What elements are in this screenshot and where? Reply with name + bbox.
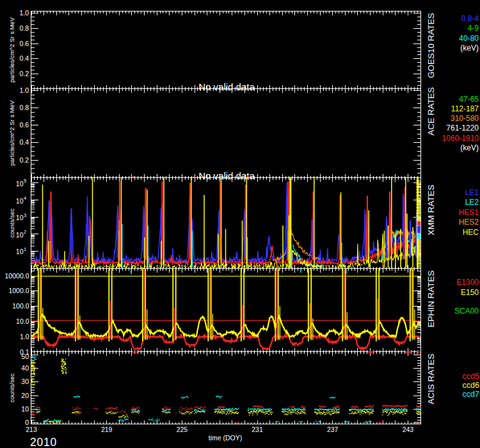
svg-text:4: 4 bbox=[24, 195, 26, 201]
svg-text:2010: 2010 bbox=[30, 436, 57, 448]
svg-text:particles/cm^2 Sr s MeV: particles/cm^2 Sr s MeV bbox=[8, 100, 15, 166]
svg-text:0.8: 0.8 bbox=[19, 24, 29, 32]
svg-text:310-580: 310-580 bbox=[451, 114, 479, 123]
svg-text:ccd5: ccd5 bbox=[463, 372, 479, 381]
svg-text:(keV): (keV) bbox=[460, 44, 479, 52]
svg-text:XMM RATES: XMM RATES bbox=[426, 184, 436, 235]
svg-text:225: 225 bbox=[177, 426, 188, 433]
svg-text:237: 237 bbox=[327, 426, 339, 433]
svg-text:counts/sec: counts/sec bbox=[8, 373, 15, 403]
svg-text:GOES10 RATES: GOES10 RATES bbox=[426, 13, 436, 78]
svg-text:1000.0: 1000.0 bbox=[8, 287, 29, 294]
svg-text:0.2: 0.2 bbox=[19, 156, 29, 164]
svg-text:E1300: E1300 bbox=[456, 278, 479, 287]
svg-text:0.2: 0.2 bbox=[19, 70, 29, 77]
svg-text:0.4: 0.4 bbox=[19, 54, 29, 62]
svg-text:40: 40 bbox=[21, 364, 29, 372]
svg-text:10: 10 bbox=[16, 180, 24, 188]
svg-text:LE2: LE2 bbox=[465, 198, 479, 207]
svg-text:counts/sec: counts/sec bbox=[8, 209, 15, 238]
svg-text:2: 2 bbox=[24, 229, 26, 235]
svg-text:10: 10 bbox=[16, 214, 24, 221]
svg-text:243: 243 bbox=[403, 426, 414, 433]
svg-text:0.8-4: 0.8-4 bbox=[461, 14, 479, 23]
svg-text:time (DOY): time (DOY) bbox=[209, 434, 243, 442]
svg-text:1.0: 1.0 bbox=[20, 333, 29, 340]
svg-text:761-1220: 761-1220 bbox=[446, 124, 479, 132]
svg-text:5: 5 bbox=[24, 178, 26, 184]
svg-text:ACIS RATES: ACIS RATES bbox=[426, 353, 436, 404]
svg-text:10: 10 bbox=[16, 197, 24, 205]
svg-text:HES1: HES1 bbox=[459, 208, 479, 217]
svg-text:0.4: 0.4 bbox=[19, 138, 29, 146]
svg-text:0.6: 0.6 bbox=[19, 121, 29, 129]
svg-text:10: 10 bbox=[16, 248, 24, 255]
svg-text:(keV): (keV) bbox=[460, 143, 479, 152]
svg-text:213: 213 bbox=[26, 426, 37, 433]
svg-text:1060-1910: 1060-1910 bbox=[442, 134, 479, 143]
svg-text:10.0: 10.0 bbox=[16, 317, 29, 325]
svg-text:0.6: 0.6 bbox=[19, 40, 29, 47]
svg-text:40-80: 40-80 bbox=[459, 34, 479, 43]
svg-text:3: 3 bbox=[24, 212, 26, 218]
svg-text:10: 10 bbox=[16, 231, 24, 239]
svg-text:30: 30 bbox=[21, 378, 29, 385]
svg-text:SCA00: SCA00 bbox=[454, 307, 479, 316]
svg-text:219: 219 bbox=[101, 426, 113, 433]
svg-text:1.0: 1.0 bbox=[19, 86, 29, 94]
svg-text:112-187: 112-187 bbox=[451, 104, 479, 113]
svg-text:ccd7: ccd7 bbox=[463, 390, 479, 399]
svg-text:20: 20 bbox=[21, 392, 29, 399]
svg-text:10: 10 bbox=[21, 405, 29, 413]
svg-text:HEC: HEC bbox=[463, 228, 479, 237]
svg-text:231: 231 bbox=[252, 426, 263, 433]
svg-text:0.8: 0.8 bbox=[19, 104, 29, 111]
svg-text:ACE RATES: ACE RATES bbox=[426, 87, 436, 136]
svg-text:HES2: HES2 bbox=[459, 218, 479, 227]
svg-text:LE1: LE1 bbox=[465, 188, 479, 197]
svg-text:10000.0: 10000.0 bbox=[5, 272, 29, 280]
svg-text:EPHIN RATES: EPHIN RATES bbox=[426, 270, 436, 327]
svg-text:No valid data: No valid data bbox=[198, 81, 255, 92]
svg-text:1: 1 bbox=[24, 246, 26, 252]
svg-text:E150: E150 bbox=[461, 288, 479, 297]
svg-text:ccd6: ccd6 bbox=[463, 381, 479, 390]
svg-text:4-9: 4-9 bbox=[468, 24, 479, 33]
svg-text:1.0: 1.0 bbox=[19, 9, 29, 17]
svg-text:100.0: 100.0 bbox=[12, 302, 29, 310]
svg-text:50: 50 bbox=[21, 353, 29, 360]
svg-text:47-65: 47-65 bbox=[459, 95, 479, 104]
svg-text:particles/cm^2 Sr s MeV: particles/cm^2 Sr s MeV bbox=[8, 17, 15, 83]
